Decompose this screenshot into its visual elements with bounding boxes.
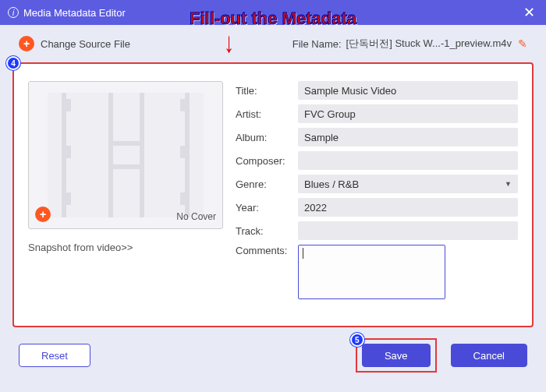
save-button[interactable]: Save (362, 344, 431, 367)
no-cover-label: No Cover (176, 211, 216, 222)
track-field[interactable] (298, 221, 518, 240)
add-cover-icon[interactable]: + (35, 207, 51, 222)
callout-badge-4: 4 (6, 56, 20, 70)
button-bar: Reset 5 Save Cancel (0, 335, 546, 383)
edit-filename-icon[interactable]: ✎ (518, 37, 527, 50)
close-icon[interactable]: ✕ (520, 4, 538, 21)
save-highlight: 5 Save (356, 338, 437, 373)
album-field[interactable] (298, 128, 518, 147)
svg-rect-4 (185, 93, 190, 217)
svg-rect-12 (180, 192, 185, 205)
svg-rect-1 (62, 93, 66, 217)
composer-field[interactable] (298, 151, 518, 170)
svg-rect-3 (140, 93, 144, 217)
genre-select[interactable] (298, 175, 518, 193)
comments-label: Comments: (236, 245, 298, 256)
artist-field[interactable] (298, 104, 518, 123)
genre-label: Genre: (236, 178, 298, 190)
svg-rect-6 (108, 164, 144, 169)
svg-rect-5 (108, 141, 144, 146)
track-label: Track: (236, 225, 298, 237)
metadata-form: Title: Artist: Album: Composer: Genre: Y… (236, 81, 518, 312)
text-cursor-icon (303, 248, 303, 259)
year-field[interactable] (298, 198, 518, 217)
svg-rect-9 (66, 192, 71, 205)
add-source-icon[interactable]: + (19, 36, 34, 51)
comments-field[interactable] (298, 245, 445, 299)
callout-badge-5: 5 (350, 333, 364, 347)
svg-rect-8 (66, 146, 71, 158)
reset-button[interactable]: Reset (19, 344, 90, 367)
svg-rect-10 (180, 99, 185, 111)
toolbar: + Change Source File File Name: [단독버전] S… (0, 25, 546, 62)
titlebar: i Media Metadata Editor ✕ (0, 0, 546, 25)
cover-column: + No Cover Snapshot from video>> (28, 81, 223, 312)
year-label: Year: (236, 202, 298, 214)
svg-rect-7 (66, 99, 71, 111)
filename-label: File Name: (292, 38, 342, 50)
artist-label: Artist: (236, 108, 298, 120)
filename-value: [단독버전] Stuck W...-1_preview.m4v (346, 37, 512, 51)
window-title: Media Metadata Editor (23, 7, 126, 19)
film-placeholder-icon (48, 93, 204, 217)
svg-rect-11 (180, 146, 185, 158)
cover-preview[interactable]: + No Cover (28, 81, 223, 229)
title-field[interactable] (298, 81, 518, 100)
snapshot-link[interactable]: Snapshot from video>> (28, 242, 223, 253)
metadata-panel: 4 + No Cover Snapshot from video>> (12, 62, 534, 327)
info-icon: i (8, 7, 19, 18)
change-source-link[interactable]: Change Source File (41, 38, 130, 50)
svg-rect-2 (108, 93, 113, 217)
composer-label: Composer: (236, 155, 298, 167)
cancel-button[interactable]: Cancel (451, 344, 527, 367)
album-label: Album: (236, 132, 298, 143)
title-label: Title: (236, 85, 298, 97)
